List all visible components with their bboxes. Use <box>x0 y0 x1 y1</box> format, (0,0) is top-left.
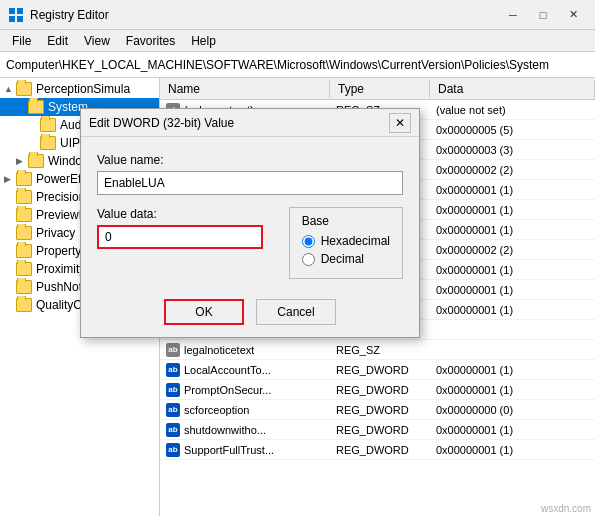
svg-rect-2 <box>9 16 15 22</box>
base-label: Base <box>302 214 390 228</box>
menu-help[interactable]: Help <box>183 32 224 50</box>
decimal-radio-row: Decimal <box>302 252 390 266</box>
maximize-button[interactable]: □ <box>529 5 557 25</box>
hexadecimal-label[interactable]: Hexadecimal <box>321 234 390 248</box>
value-data-input[interactable] <box>97 225 263 249</box>
menu-favorites[interactable]: Favorites <box>118 32 183 50</box>
decimal-label[interactable]: Decimal <box>321 252 364 266</box>
value-data-label: Value data: <box>97 207 277 221</box>
ok-button[interactable]: OK <box>164 299 244 325</box>
dialog-title: Edit DWORD (32-bit) Value <box>89 116 389 130</box>
dialog-data-row: Value data: Base Hexadecimal Decimal <box>97 207 403 279</box>
cancel-button[interactable]: Cancel <box>256 299 336 325</box>
value-data-section: Value data: <box>97 207 277 279</box>
svg-rect-0 <box>9 8 15 14</box>
menu-view[interactable]: View <box>76 32 118 50</box>
address-bar: Computer\HKEY_LOCAL_MACHINE\SOFTWARE\Mic… <box>0 52 595 78</box>
menu-bar: File Edit View Favorites Help <box>0 30 595 52</box>
edit-dword-dialog: Edit DWORD (32-bit) Value ✕ Value name: … <box>80 108 420 338</box>
svg-rect-1 <box>17 8 23 14</box>
close-button[interactable]: ✕ <box>559 5 587 25</box>
decimal-radio[interactable] <box>302 253 315 266</box>
dialog-body: Value name: Value data: Base Hexadecimal <box>81 137 419 337</box>
app-icon <box>8 7 24 23</box>
dialog-title-bar: Edit DWORD (32-bit) Value ✕ <box>81 109 419 137</box>
value-name-input[interactable] <box>97 171 403 195</box>
address-path[interactable]: Computer\HKEY_LOCAL_MACHINE\SOFTWARE\Mic… <box>6 58 589 72</box>
menu-edit[interactable]: Edit <box>39 32 76 50</box>
hexadecimal-radio-row: Hexadecimal <box>302 234 390 248</box>
window-title: Registry Editor <box>30 8 499 22</box>
window-controls: ─ □ ✕ <box>499 5 587 25</box>
title-bar: Registry Editor ─ □ ✕ <box>0 0 595 30</box>
svg-rect-3 <box>17 16 23 22</box>
dialog-buttons: OK Cancel <box>97 295 403 325</box>
minimize-button[interactable]: ─ <box>499 5 527 25</box>
hexadecimal-radio[interactable] <box>302 235 315 248</box>
value-name-label: Value name: <box>97 153 403 167</box>
dialog-overlay: Edit DWORD (32-bit) Value ✕ Value name: … <box>0 78 595 516</box>
main-content: ▲ PerceptionSimula System Audit UIPI ▶ W… <box>0 78 595 516</box>
base-group: Base Hexadecimal Decimal <box>289 207 403 279</box>
menu-file[interactable]: File <box>4 32 39 50</box>
dialog-close-button[interactable]: ✕ <box>389 113 411 133</box>
